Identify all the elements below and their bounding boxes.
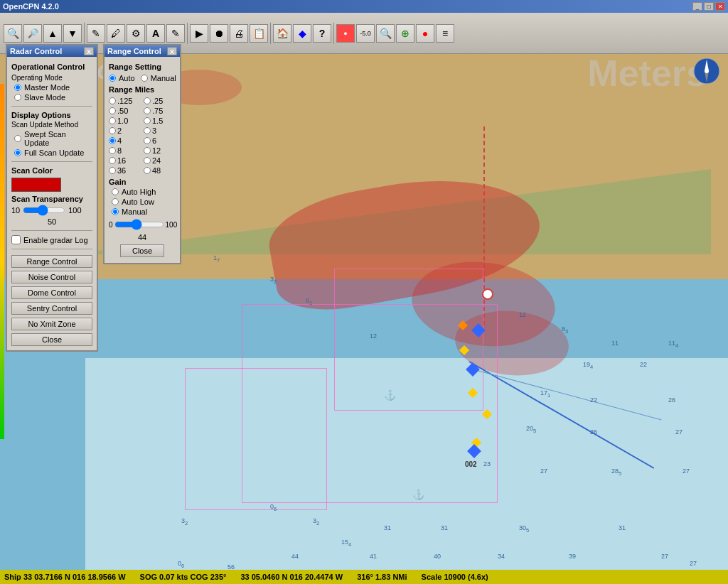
- scale-info: Scale 10900 (4.6x): [422, 573, 488, 581]
- zoom-out-btn[interactable]: 🔎: [23, 24, 42, 43]
- swept-scan-radio[interactable]: [14, 135, 21, 142]
- depth-33: 27: [661, 553, 668, 560]
- gain-slider[interactable]: [114, 219, 164, 230]
- radar-panel: Radar Control X Operational Control Oper…: [6, 44, 98, 352]
- ais-label-002: 002: [465, 460, 477, 468]
- print-btn[interactable]: 🖨: [230, 24, 248, 43]
- sep3: [270, 23, 271, 44]
- range-3[interactable]: 3: [144, 126, 176, 135]
- depth-17: 23: [483, 460, 491, 467]
- target-btn[interactable]: ⊕: [396, 24, 414, 43]
- manual-gain-radio[interactable]: [112, 208, 119, 215]
- range-0125[interactable]: .125: [109, 97, 141, 105]
- range-control-btn[interactable]: Range Control: [11, 255, 92, 268]
- auto-high-radio[interactable]: [112, 188, 119, 195]
- auto-low-radio[interactable]: [112, 198, 119, 205]
- close-btn[interactable]: ✕: [715, 2, 725, 11]
- record-btn[interactable]: ⏺: [210, 24, 228, 43]
- settings-btn[interactable]: ⚙: [127, 24, 145, 43]
- zoom-level-btn[interactable]: 🔍: [376, 24, 395, 43]
- depth-18: 27: [540, 467, 547, 475]
- radar-panel-close[interactable]: X: [84, 47, 94, 55]
- manual-mode-option[interactable]: Manual: [141, 74, 176, 82]
- manual-gain-option[interactable]: Manual: [112, 207, 176, 216]
- menu-btn[interactable]: ≡: [436, 24, 454, 43]
- display-options-label: Display Options: [11, 111, 92, 119]
- play-btn[interactable]: ▶: [190, 24, 208, 43]
- swept-scan-option[interactable]: Swept Scan Update: [14, 130, 92, 147]
- range-36[interactable]: 36: [109, 166, 141, 175]
- range-24[interactable]: 24: [144, 156, 176, 165]
- radar-close-btn[interactable]: Close: [11, 333, 92, 346]
- text-btn[interactable]: A: [146, 24, 165, 43]
- minimize-btn[interactable]: _: [692, 2, 702, 11]
- operational-control-label: Operational Control: [11, 63, 92, 71]
- zoom-in-btn[interactable]: 🔍: [4, 24, 22, 43]
- dome-control-btn[interactable]: Dome Control: [11, 286, 92, 299]
- manual-mode-radio[interactable]: [141, 75, 148, 82]
- scan-color-label: Scan Color: [11, 166, 92, 175]
- sentry-control-btn[interactable]: Sentry Control: [11, 302, 92, 315]
- range-075[interactable]: .75: [144, 107, 176, 115]
- range-2[interactable]: 2: [109, 126, 141, 135]
- range-6[interactable]: 6: [144, 136, 176, 145]
- depth-15: 26: [590, 428, 597, 436]
- master-mode-radio[interactable]: [14, 84, 21, 91]
- depth-37: 56: [228, 563, 235, 570]
- waypoint-btn[interactable]: ◆: [293, 24, 311, 43]
- ais-btn[interactable]: ●: [416, 24, 434, 43]
- range-48[interactable]: 48: [144, 166, 176, 175]
- home-btn[interactable]: 🏠: [273, 24, 291, 43]
- pencil-btn[interactable]: ✎: [87, 24, 105, 43]
- help-btn[interactable]: ?: [313, 24, 331, 43]
- auto-high-option[interactable]: Auto High: [112, 188, 176, 196]
- range-15[interactable]: 1.5: [144, 117, 176, 125]
- scan-color-picker[interactable]: [11, 178, 61, 192]
- depth-26: 305: [519, 524, 529, 534]
- no-xmit-zone-btn[interactable]: No Xmit Zone: [11, 318, 92, 330]
- range-close-btn[interactable]: Close: [120, 244, 164, 257]
- slave-mode-option[interactable]: Slave Mode: [14, 93, 92, 102]
- full-scan-option[interactable]: Full Scan Update: [14, 148, 92, 157]
- range-050[interactable]: .50: [109, 107, 141, 115]
- depth-29: 41: [370, 553, 377, 560]
- range-4[interactable]: 4: [109, 136, 141, 145]
- enable-log-checkbox[interactable]: [11, 235, 21, 244]
- range-025[interactable]: .25: [144, 97, 176, 105]
- depth-25: 31: [441, 524, 448, 531]
- full-scan-radio[interactable]: [14, 149, 21, 156]
- draw-btn[interactable]: 🖊: [107, 24, 125, 43]
- edit-btn[interactable]: ✎: [166, 24, 185, 43]
- operating-mode-group: Master Mode Slave Mode: [14, 83, 92, 102]
- scale-btn[interactable]: -5.0: [356, 24, 375, 43]
- window-controls[interactable]: _ □ ✕: [692, 2, 725, 11]
- radar-btn[interactable]: ●: [336, 24, 355, 43]
- depth-36: 32: [181, 517, 188, 526]
- chart-btn[interactable]: 📋: [250, 24, 268, 43]
- cursor-position: 33 05.0460 N 016 20.4474 W: [240, 573, 343, 581]
- range-8[interactable]: 8: [109, 146, 141, 155]
- master-mode-option[interactable]: Master Mode: [14, 83, 92, 92]
- auto-low-option[interactable]: Auto Low: [112, 198, 176, 206]
- transparency-min: 10: [11, 206, 20, 215]
- range-16[interactable]: 16: [109, 156, 141, 165]
- meters-label: Meters: [587, 52, 707, 94]
- pan-down-btn[interactable]: ▼: [63, 24, 82, 43]
- noise-control-btn[interactable]: Noise Control: [11, 271, 92, 283]
- anchor-symbol-1: ⚓: [384, 389, 396, 401]
- transparency-slider[interactable]: [23, 205, 65, 216]
- range-panel-close[interactable]: X: [167, 47, 177, 55]
- auto-mode-radio[interactable]: [109, 75, 116, 82]
- bearing-distance: 316° 1.83 NMi: [357, 573, 407, 581]
- range-12[interactable]: 12: [144, 146, 176, 155]
- slave-mode-radio[interactable]: [14, 94, 21, 101]
- enable-log-option[interactable]: Enable gradar Log: [11, 235, 92, 244]
- pan-up-btn[interactable]: ▲: [43, 24, 62, 43]
- vertical-color-bar: [0, 84, 4, 439]
- transparency-max: 100: [68, 206, 81, 215]
- swept-scan-label: Swept Scan Update: [24, 130, 92, 147]
- auto-mode-option[interactable]: Auto: [109, 74, 135, 82]
- maximize-btn[interactable]: □: [704, 2, 714, 11]
- app-title: OpenCPN 4.2.0: [3, 2, 59, 11]
- range-10[interactable]: 1.0: [109, 117, 141, 125]
